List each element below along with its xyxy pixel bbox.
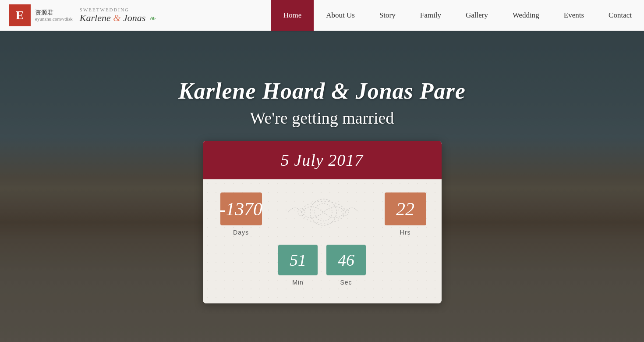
hero-subtitle: We're getting married [250, 108, 394, 128]
logo-leaf-icon: ❧ [149, 14, 156, 23]
hrs-label: Hrs [400, 229, 411, 236]
countdown-body: -1370 Days [203, 179, 442, 303]
nav-item-story[interactable]: Story [367, 0, 408, 31]
hero-content: Karlene Hoard & Jonas Pare We're getting… [0, 31, 644, 342]
nav-item-home[interactable]: Home [271, 0, 314, 31]
nav-item-contact[interactable]: Contact [596, 0, 644, 31]
logo-area: E 资源君 eyunzhu.com/vdisk SWEETWEDDING Kar… [0, 0, 175, 31]
logo-ampersand: & [113, 12, 123, 23]
svg-point-0 [310, 199, 336, 225]
nav-item-family[interactable]: Family [408, 0, 453, 31]
countdown-header: 5 July 2017 [203, 141, 442, 179]
days-block: -1370 Days [220, 192, 262, 236]
logo-sweetwedding: SWEETWEDDING [80, 7, 156, 12]
days-label: Days [233, 229, 249, 236]
min-label: Min [292, 279, 304, 286]
nav-links: Home About Us Story Family Gallery Weddi… [271, 0, 644, 31]
sec-block: 46 Sec [326, 245, 366, 286]
countdown-row-top: -1370 Days [220, 192, 424, 236]
svg-point-2 [301, 201, 345, 223]
sec-number: 46 [326, 245, 366, 275]
countdown-widget: 5 July 2017 -1370 Days [203, 141, 442, 303]
min-block: 51 Min [278, 245, 318, 286]
countdown-middle-decor [262, 192, 385, 232]
logo-url: eyunzhu.com/vdisk [35, 16, 73, 21]
logo-couple-name1: Karlene [80, 12, 111, 23]
nav-item-gallery[interactable]: Gallery [453, 0, 500, 31]
logo-text-block: 资源君 eyunzhu.com/vdisk [35, 9, 73, 22]
logo-e-letter: E [9, 4, 31, 26]
sec-label: Sec [340, 279, 352, 286]
countdown-date: 5 July 2017 [281, 151, 363, 169]
logo-couple-block: SWEETWEDDING Karlene & Jonas ❧ [80, 7, 156, 24]
svg-point-1 [315, 203, 332, 221]
hrs-number: 22 [385, 192, 426, 225]
nav-item-wedding[interactable]: Wedding [500, 0, 552, 31]
navbar: E 资源君 eyunzhu.com/vdisk SWEETWEDDING Kar… [0, 0, 644, 31]
countdown-row-bottom: 51 Min 46 Sec [220, 245, 424, 286]
min-number: 51 [278, 245, 318, 275]
logo-couple-name2: Jonas [123, 12, 145, 23]
hero-couple-title: Karlene Hoard & Jonas Pare [178, 78, 466, 104]
logo-chinese: 资源君 [35, 9, 73, 17]
hrs-block: 22 Hrs [385, 192, 426, 236]
logo-couple-name: Karlene & Jonas ❧ [80, 12, 156, 24]
nav-item-events[interactable]: Events [552, 0, 596, 31]
nav-item-about[interactable]: About Us [314, 0, 367, 31]
days-number: -1370 [220, 192, 262, 225]
